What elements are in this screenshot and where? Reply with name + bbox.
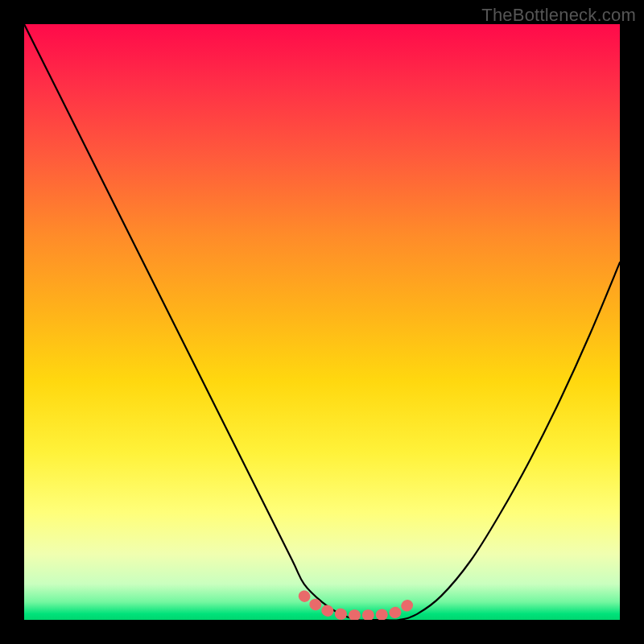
chart-area — [24, 24, 620, 620]
chart-svg — [24, 24, 620, 620]
watermark-text: TheBottleneck.com — [481, 5, 636, 26]
bottleneck-curve — [24, 24, 620, 620]
optimal-zone-curve — [304, 596, 411, 615]
